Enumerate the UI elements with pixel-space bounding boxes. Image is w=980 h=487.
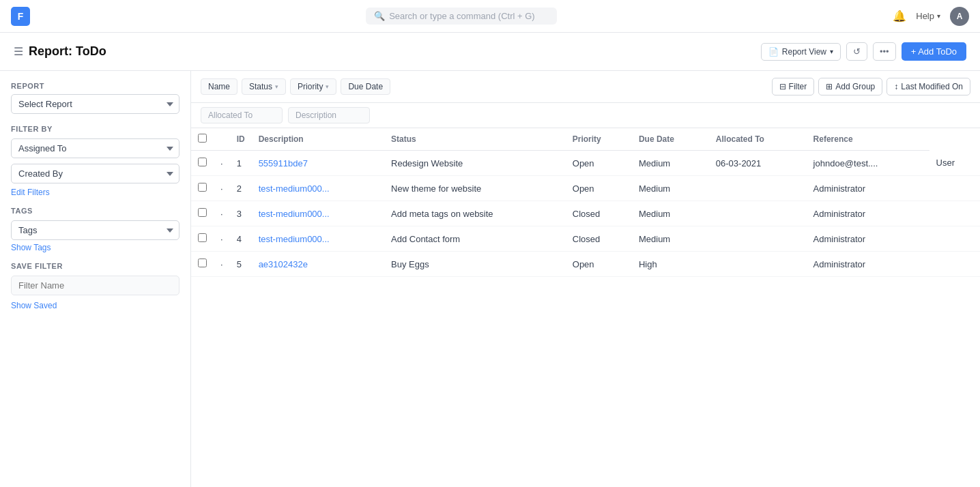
report-view-button[interactable]: 📄 Report View ▾ (761, 43, 841, 61)
sidebar-toggle-icon[interactable]: ☰ (14, 45, 23, 58)
header-actions: 📄 Report View ▾ ↺ ••• + Add ToDo (761, 42, 966, 61)
topnav-left: F (11, 7, 30, 26)
row-reference (929, 226, 980, 252)
col-header-due-date: Due Date (632, 128, 709, 151)
add-todo-button[interactable]: + Add ToDo (902, 42, 966, 61)
row-priority: High (632, 252, 709, 277)
avatar[interactable]: A (950, 7, 969, 26)
row-allocated-to: Administrator (807, 201, 929, 226)
row-description: Buy Eggs (384, 252, 566, 277)
table-row: · 1 555911bde7 Redesign Website Open Med… (191, 151, 980, 176)
row-number: 3 (230, 201, 252, 226)
row-status: Open (566, 151, 632, 176)
row-dot[interactable]: · (214, 151, 230, 176)
row-due-date (709, 201, 807, 226)
row-due-date (709, 252, 807, 277)
table-row: · 3 test-medium000... Add meta tags on w… (191, 201, 980, 226)
table-toolbar: Name Status ▾ Priority ▾ Due Date (191, 71, 980, 103)
due-date-filter-pill[interactable]: Due Date (341, 78, 390, 95)
row-checkbox-cell (191, 226, 214, 252)
col-header-priority: Priority (566, 128, 632, 151)
assigned-to-dropdown[interactable]: Assigned To (11, 138, 179, 158)
priority-filter-label: Priority (298, 82, 323, 91)
row-due-date (709, 226, 807, 252)
name-filter-pill[interactable]: Name (201, 78, 237, 95)
search-bar[interactable]: 🔍 Search or type a command (Ctrl + G) (366, 8, 557, 25)
select-all-checkbox[interactable] (198, 134, 207, 143)
row-id[interactable]: test-medium000... (252, 201, 384, 226)
col-header-reference: Reference (807, 128, 929, 151)
page: ☰ Report: ToDo 📄 Report View ▾ ↺ ••• + A… (0, 33, 980, 487)
filter-name-input[interactable] (11, 276, 179, 295)
row-checkbox[interactable] (198, 183, 207, 192)
row-reference (929, 201, 980, 226)
help-button[interactable]: Help ▾ (916, 11, 940, 21)
row-priority: Medium (632, 176, 709, 201)
filter-pills-group: Name Status ▾ Priority ▾ Due Date (201, 78, 766, 95)
row-description: Add meta tags on website (384, 201, 566, 226)
row-due-date: 06-03-2021 (709, 151, 807, 176)
row-dot[interactable]: · (214, 176, 230, 201)
row-description: Redesign Website (384, 151, 566, 176)
sort-button[interactable]: ↕ Last Modified On (887, 78, 970, 95)
more-options-button[interactable]: ••• (873, 42, 896, 61)
row-id[interactable]: ae3102432e (252, 252, 384, 277)
row-number: 1 (230, 151, 252, 176)
show-saved-link[interactable]: Show Saved (11, 301, 57, 310)
select-report-dropdown[interactable]: Select Report (11, 94, 179, 114)
page-title-area: ☰ Report: ToDo (14, 44, 106, 59)
row-id[interactable]: test-medium000... (252, 226, 384, 252)
row-reference: User (929, 151, 980, 176)
name-filter-label: Name (208, 82, 230, 91)
col-header-status: Status (384, 128, 566, 151)
row-checkbox[interactable] (198, 259, 207, 267)
save-filter-label: Save Filter (11, 262, 179, 270)
row-checkbox-cell (191, 252, 214, 277)
filter-by-label: Filter By (11, 125, 179, 133)
show-tags-link[interactable]: Show Tags (11, 243, 51, 252)
filter-button[interactable]: ⊟ Filter (772, 78, 815, 95)
row-checkbox[interactable] (198, 233, 207, 242)
col-header-dot (214, 128, 230, 151)
row-id[interactable]: test-medium000... (252, 176, 384, 201)
allocated-to-filter-pill[interactable]: Allocated To (201, 107, 283, 123)
topnav: F 🔍 Search or type a command (Ctrl + G) … (0, 0, 980, 33)
row-checkbox-cell (191, 176, 214, 201)
description-filter-label: Description (296, 110, 336, 120)
sort-icon: ↕ (894, 82, 898, 91)
row-allocated-to: johndoe@test.... (807, 151, 929, 176)
search-placeholder: Search or type a command (Ctrl + G) (389, 11, 535, 21)
add-group-button[interactable]: ⊞ Add Group (818, 78, 882, 95)
help-label: Help (916, 11, 934, 21)
row-dot[interactable]: · (214, 226, 230, 252)
table-row: · 5 ae3102432e Buy Eggs Open High Admini… (191, 252, 980, 277)
edit-filters-link[interactable]: Edit Filters (11, 188, 50, 197)
row-number: 5 (230, 252, 252, 277)
sidebar: Report Select Report Filter By Assigned … (0, 71, 191, 487)
row-dot[interactable]: · (214, 201, 230, 226)
filter-label: Filter (789, 82, 807, 91)
description-filter-pill[interactable]: Description (288, 107, 370, 123)
row-description: New theme for website (384, 176, 566, 201)
app-logo[interactable]: F (11, 7, 30, 26)
col-header-description: Description (252, 128, 384, 151)
chevron-down-icon: ▾ (937, 12, 940, 20)
data-table: ID Description Status Priority Due Date … (191, 128, 980, 277)
created-by-dropdown[interactable]: Created By (11, 164, 179, 183)
report-view-icon: 📄 (768, 47, 779, 57)
row-reference (929, 176, 980, 201)
refresh-button[interactable]: ↺ (846, 42, 867, 61)
chevron-down-icon: ▾ (830, 48, 833, 55)
priority-filter-pill[interactable]: Priority ▾ (290, 78, 336, 95)
status-filter-pill[interactable]: Status ▾ (242, 78, 286, 95)
row-checkbox[interactable] (198, 208, 207, 217)
notifications-icon[interactable]: 🔔 (893, 10, 906, 23)
row-dot[interactable]: · (214, 252, 230, 277)
row-checkbox[interactable] (198, 158, 207, 166)
due-date-filter-label: Due Date (348, 82, 383, 91)
tags-dropdown[interactable]: Tags (11, 220, 179, 240)
row-due-date (709, 176, 807, 201)
main-content: Report Select Report Filter By Assigned … (0, 71, 980, 487)
row-id[interactable]: 555911bde7 (252, 151, 384, 176)
chevron-down-icon: ▾ (275, 83, 278, 90)
